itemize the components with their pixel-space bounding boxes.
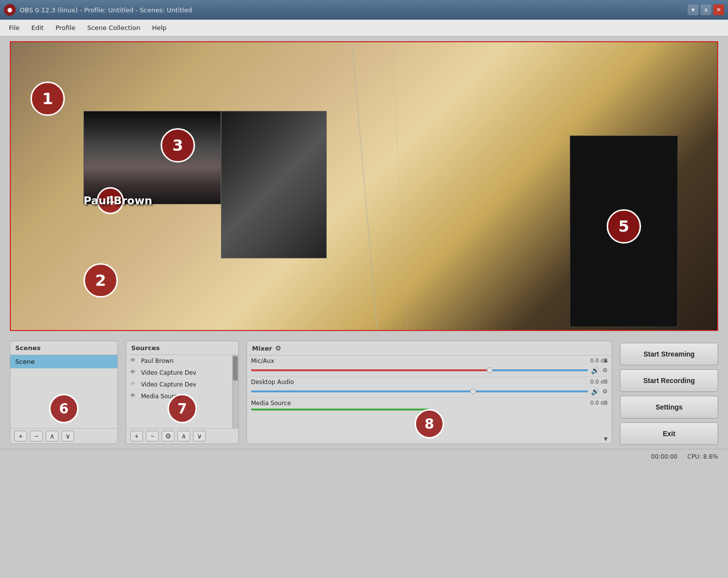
sources-title: Sources	[131, 344, 160, 352]
title-bar-left: ● OBS 0.12.3 (linux) - Profile: Untitled…	[4, 4, 192, 16]
scenes-panel-body: Scene 6	[10, 355, 117, 428]
sources-panel-header: Sources	[126, 341, 238, 355]
preview-area: 1 2 3 4 5 Paul Brown	[10, 41, 718, 331]
source-panel-bg-2	[222, 111, 326, 258]
mixer-slider-2[interactable]	[251, 390, 588, 392]
sources-settings-button[interactable]: ⚙	[162, 431, 174, 441]
mixer-panel-header: Mixer ⚙	[247, 341, 612, 356]
menu-help[interactable]: Help	[147, 22, 171, 33]
scenes-panel-footer: + − ∧ ∨	[10, 428, 117, 443]
sources-scrollbar[interactable]	[232, 355, 238, 428]
mixer-panel-body: ▲ Mic/Aux 0.0 dB 🔊 ⚙	[247, 356, 612, 443]
minimize-button[interactable]: ▾	[688, 4, 699, 15]
menu-file[interactable]: File	[4, 22, 25, 33]
menu-scene-collection[interactable]: Scene Collection	[82, 22, 145, 33]
settings-button[interactable]: Settings	[620, 396, 718, 418]
overlay-number-7: 7	[168, 394, 197, 423]
overlay-number-3: 3	[161, 128, 195, 163]
visibility-icon-1[interactable]: 👁	[130, 357, 138, 365]
mixer-slider-1[interactable]	[251, 369, 588, 371]
control-buttons: Start Streaming Start Recording Settings…	[620, 341, 718, 444]
sources-panel-footer: + − ⚙ ∧ ∨	[126, 428, 238, 443]
mixer-title: Mixer	[252, 345, 272, 352]
mixer-panel: Mixer ⚙ ▲ Mic/Aux 0.0 dB	[247, 341, 612, 444]
menu-bar: File Edit Profile Scene Collection Help	[0, 20, 728, 36]
scenes-remove-button[interactable]: −	[30, 431, 43, 441]
window-title: OBS 0.12.3 (linux) - Profile: Untitled -…	[20, 6, 192, 14]
status-bar: 00:00:00 CPU: 8.6%	[0, 449, 728, 464]
overlay-number-5: 5	[607, 209, 641, 244]
start-streaming-button[interactable]: Start Streaming	[620, 343, 718, 365]
sources-add-button[interactable]: +	[130, 431, 143, 441]
start-recording-button[interactable]: Start Recording	[620, 369, 718, 392]
visibility-icon-2[interactable]: 👁	[130, 369, 138, 377]
scenes-up-button[interactable]: ∧	[46, 431, 58, 441]
close-button[interactable]: ✕	[713, 4, 724, 15]
mixer-track-name-3: Media Source	[251, 400, 310, 407]
mixer-settings-1[interactable]: ⚙	[602, 367, 608, 374]
scenes-add-button[interactable]: +	[14, 431, 27, 441]
visibility-icon-4[interactable]: 👁	[130, 392, 138, 400]
mixer-track-desktop: Desktop Audio 0.0 dB 🔊 ⚙	[247, 377, 612, 398]
overlay-number-6: 6	[49, 394, 79, 423]
menu-edit[interactable]: Edit	[27, 22, 49, 33]
sources-scrollbar-thumb[interactable]	[233, 356, 238, 381]
mixer-db-3: 0.0 dB	[586, 400, 608, 407]
source-item-paul-brown[interactable]: 👁 Paul Brown	[126, 355, 238, 367]
mixer-mute-1[interactable]: 🔊	[591, 366, 599, 374]
app-icon: ●	[4, 4, 16, 16]
source-item-video-capture-2[interactable]: 👁 Video Capture Dev	[126, 379, 238, 390]
exit-button[interactable]: Exit	[620, 422, 718, 445]
source-item-video-capture-1[interactable]: 👁 Video Capture Dev	[126, 367, 238, 379]
mixer-mute-2[interactable]: 🔊	[591, 387, 599, 395]
overlay-number-8: 8	[415, 409, 444, 439]
mixer-track-name-1: Mic/Aux	[251, 358, 310, 364]
sources-remove-button[interactable]: −	[146, 431, 159, 441]
sources-panel: Sources 👁 Paul Brown 👁 Video Capture Dev…	[126, 341, 239, 444]
lower-third-text: Paul Brown	[84, 194, 152, 207]
mixer-scroll-up[interactable]: ▲	[603, 357, 609, 364]
scenes-title: Scenes	[15, 344, 41, 352]
sources-up-button[interactable]: ∧	[177, 431, 190, 441]
sources-panel-body: 👁 Paul Brown 👁 Video Capture Dev 👁 Video…	[126, 355, 238, 428]
status-time: 00:00:00	[651, 453, 677, 460]
scene-item-scene[interactable]: Scene	[10, 355, 117, 368]
overlay-number-2: 2	[84, 263, 118, 298]
mixer-db-2: 0.0 dB	[586, 379, 608, 385]
source-panel-2	[221, 111, 327, 258]
mixer-scroll-down[interactable]: ▼	[603, 435, 609, 442]
maximize-button[interactable]: ∧	[700, 4, 711, 15]
title-bar: ● OBS 0.12.3 (linux) - Profile: Untitled…	[0, 0, 728, 20]
scenes-panel: Scenes Scene 6 + − ∧ ∨	[10, 341, 118, 444]
overlay-number-1: 1	[30, 82, 65, 116]
mixer-settings-2[interactable]: ⚙	[602, 388, 608, 395]
title-bar-right: ▾ ∧ ✕	[688, 4, 724, 15]
menu-profile[interactable]: Profile	[51, 22, 80, 33]
bottom-controls: Scenes Scene 6 + − ∧ ∨ Sources 👁	[0, 336, 728, 449]
scenes-down-button[interactable]: ∨	[61, 431, 74, 441]
sources-down-button[interactable]: ∨	[193, 431, 206, 441]
status-cpu: CPU: 8.6%	[687, 453, 718, 460]
scenes-panel-header: Scenes	[10, 341, 117, 355]
mixer-track-mic: Mic/Aux 0.0 dB 🔊 ⚙	[247, 356, 612, 377]
mixer-track-name-2: Desktop Audio	[251, 379, 310, 385]
mixer-level-bar-3	[251, 409, 429, 411]
mixer-gear-icon[interactable]: ⚙	[275, 344, 281, 352]
visibility-icon-3[interactable]: 👁	[130, 381, 138, 388]
